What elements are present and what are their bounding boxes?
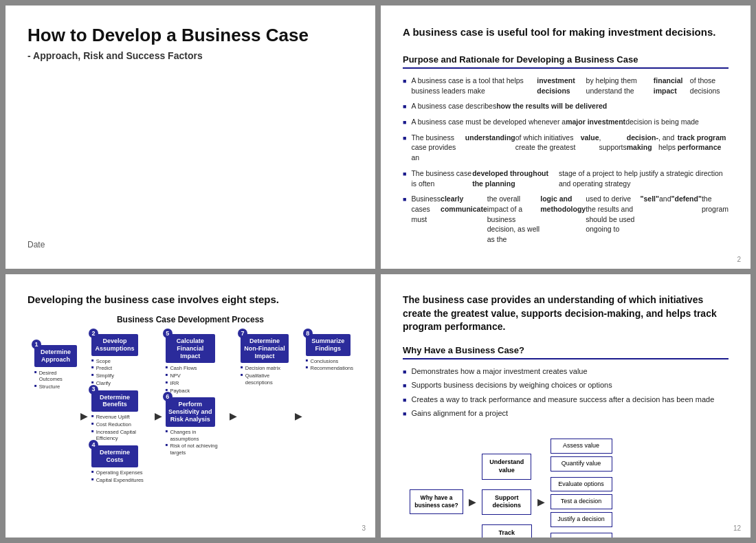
slide-1-main-title: How to Develop a Business Case — [27, 25, 353, 46]
bullet-3: A business case must be developed whenev… — [403, 117, 729, 127]
slide-1-date: Date — [27, 240, 353, 250]
step-8-sub: Conclusions Recommendations — [306, 358, 353, 373]
slide-2-page-num: 2 — [737, 256, 741, 263]
step-6-num: 6 — [163, 392, 173, 401]
step-2-group: 2 DevelopAssumptions Scope Predict Simpl… — [91, 334, 151, 388]
slide-1-sub-title: - Approach, Risk and Success Factors — [27, 50, 353, 61]
evaluate-options-box: Evaluate options — [551, 477, 612, 492]
arrow-2: ▶ — [155, 410, 162, 421]
slide-2-bullet-list: A business case is a tool that helps bus… — [403, 76, 729, 250]
step-1-col: 1 DetermineApproach Desired Outcomes Str… — [34, 334, 77, 391]
slide-2: A business case is useful tool for makin… — [381, 5, 751, 269]
step-3-sub: Revenue Uplift Cost Reduction Increased … — [91, 414, 151, 443]
step-7-sub: Decision matrix Qualitative descriptions — [241, 365, 291, 386]
slide-4-bullet-2: Supports business decisions by weighing … — [403, 380, 729, 390]
center-flow: Understandvalue Supportdecisions Trackpe… — [482, 454, 532, 538]
slide-3-page-num: 3 — [362, 524, 366, 532]
step-3-box: 3 DetermineBenefits — [91, 390, 138, 412]
flow-arrow-1: ▶ — [469, 496, 476, 507]
steps-56-col: 5 CalculateFinancialImpact Cash Flows NP… — [166, 334, 226, 457]
step-8-label: SummarizeFindings — [309, 337, 348, 353]
step-1-sub: Desired Outcomes Structure — [34, 370, 77, 391]
arrow-3: ▶ — [230, 410, 237, 421]
slide-3-title: Developing the business case involves ei… — [27, 293, 353, 305]
step-5-num: 5 — [163, 329, 173, 338]
understand-value-box: Understandvalue — [482, 454, 531, 479]
step-5-label: CalculateFinancialImpact — [168, 337, 212, 359]
arrow-1: ▶ — [80, 410, 88, 421]
step-6-group: 6 PerformSensitivity andRisk Analysis Ch… — [166, 397, 226, 456]
bullet-1: A business case is a tool that helps bus… — [403, 76, 729, 96]
step-7-box: 7 DetermineNon-FinancialImpact — [241, 334, 289, 363]
step-1-sub-1: Desired Outcomes — [34, 370, 77, 384]
step-7-group: 7 DetermineNon-FinancialImpact Decision … — [241, 334, 291, 387]
right-flow-groups: Assess value Quantify value Evaluate opt… — [551, 439, 612, 538]
slide-4-page-num: 12 — [733, 524, 741, 532]
slide-1: How to Develop a Business Case - Approac… — [5, 5, 375, 269]
bullet-4: The business case provides an understand… — [403, 133, 729, 163]
step-6-sub: Changes in assumptions Risk of not achie… — [166, 429, 226, 456]
slide-3-diagram-title: Business Case Development Process — [27, 315, 353, 324]
step-8-box: 8 SummarizeFindings — [306, 334, 351, 356]
slide-4-section-title: Why Have a Business Case? — [403, 345, 729, 359]
flow-arrow-2: ▶ — [537, 496, 545, 507]
right-group-3: Measure success Adjust actions — [551, 533, 612, 538]
slide-2-section-title: Purpose and Rationale for Developing a B… — [403, 54, 729, 69]
slide-4-bullet-list: Demonstrates how a major investment crea… — [403, 366, 729, 423]
step-1-box: 1 DetermineApproach — [34, 345, 77, 367]
step-5-box: 5 CalculateFinancialImpact — [166, 334, 215, 363]
step-3-group: 3 DetermineBenefits Revenue Uplift Cost … — [91, 390, 151, 443]
step-5-group: 5 CalculateFinancialImpact Cash Flows NP… — [166, 334, 226, 395]
test-decision-box: Test a decision — [551, 494, 612, 509]
step-4-box: 4 DetermineCosts — [91, 445, 138, 467]
right-group-1: Assess value Quantify value — [551, 439, 612, 471]
slide-4: The business case provides an understand… — [381, 274, 751, 538]
flow-diagram: Why have abusiness case? ▶ Understandval… — [403, 439, 729, 538]
step-4-group: 4 DetermineCosts Operating Expenses Capi… — [91, 445, 151, 484]
right-group-2: Evaluate options Test a decision Justify… — [551, 477, 612, 527]
step-1-label: DetermineApproach — [37, 348, 74, 364]
step-2-label: DevelopAssumptions — [94, 337, 135, 353]
step-4-sub: Operating Expenses Capital Expenditures — [91, 469, 144, 485]
bullet-6: Business cases must clearly communicate … — [403, 194, 729, 244]
step-6-box: 6 PerformSensitivity andRisk Analysis — [166, 397, 215, 426]
support-decisions-box: Supportdecisions — [482, 489, 531, 515]
slide-4-bullet-4: Gains alignment for a project — [403, 408, 729, 419]
track-performance-box: Trackperformance — [482, 524, 532, 538]
slide-4-bullet-3: Creates a way to track performance and m… — [403, 395, 729, 405]
step-8-num: 8 — [303, 329, 313, 338]
bullet-5: The business case is often developed thr… — [403, 168, 729, 188]
arrow-4: ▶ — [295, 410, 302, 421]
step-8-group: 8 SummarizeFindings Conclusions Recommen… — [306, 334, 353, 373]
step-3-label: DetermineBenefits — [94, 394, 135, 409]
step-5-sub: Cash Flows NPV IRR Payback — [166, 365, 226, 394]
step-4-label: DetermineCosts — [94, 449, 135, 464]
step-7-num: 7 — [238, 329, 247, 338]
slide-3: Developing the business case involves ei… — [5, 274, 375, 538]
step-4-num: 4 — [89, 440, 98, 450]
bullet-2: A business case describes how the result… — [403, 101, 729, 111]
measure-success-box: Measure success — [551, 533, 612, 538]
step-1-sub-2: Structure — [34, 384, 77, 390]
step-2-sub: Scope Predict Simplify Clarify — [91, 358, 114, 388]
justify-decision-box: Justify a decision — [551, 512, 612, 527]
quantify-value-box: Quantify value — [551, 456, 612, 472]
process-diagram: 1 DetermineApproach Desired Outcomes Str… — [34, 334, 353, 484]
why-box: Why have abusiness case? — [410, 489, 463, 514]
step-2-box: 2 DevelopAssumptions — [91, 334, 138, 356]
step-7-label: DetermineNon-FinancialImpact — [243, 337, 286, 359]
steps-234-col: 2 DevelopAssumptions Scope Predict Simpl… — [91, 334, 151, 484]
step-2-num: 2 — [89, 329, 98, 338]
slide-4-top-statement: The business case provides an understand… — [403, 293, 729, 334]
step-1-num: 1 — [32, 340, 41, 349]
slide-2-top-statement: A business case is useful tool for makin… — [403, 25, 729, 39]
step-3-num: 3 — [89, 385, 98, 395]
step-6-label: PerformSensitivity andRisk Analysis — [168, 401, 212, 423]
slide-4-bullet-1: Demonstrates how a major investment crea… — [403, 366, 729, 377]
assess-value-box: Assess value — [551, 439, 612, 454]
